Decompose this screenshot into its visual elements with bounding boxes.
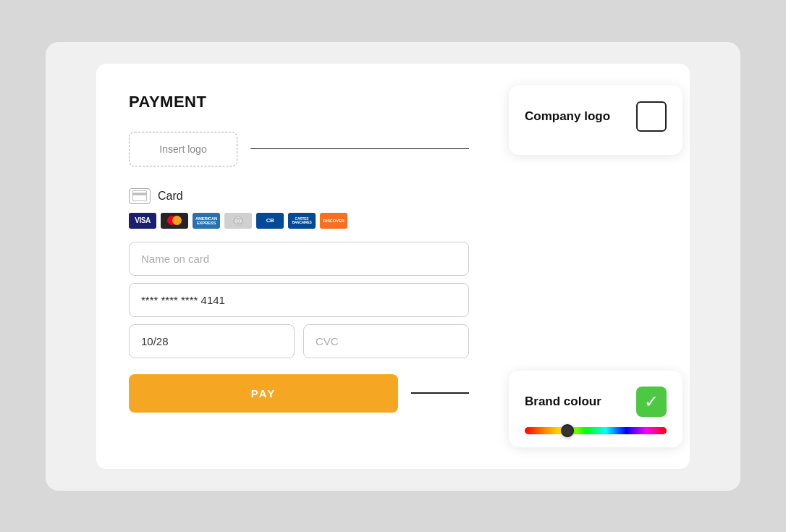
svg-rect-1 [132,193,147,195]
company-logo-widget: Company logo [509,85,683,155]
visa-badge: VISA [129,213,156,229]
card-section: Card VISA AMERICANEXPRESS CB CARTESBANCA… [129,188,469,229]
brand-colour-widget: Brand colour ✓ [509,371,683,447]
card-label: Card [158,190,183,203]
card-number-input[interactable] [129,283,469,317]
cb-badge: CB [256,213,284,229]
brand-colour-check[interactable]: ✓ [636,387,667,417]
pay-row: PAY [129,374,469,413]
payment-title: PAYMENT [129,93,469,111]
diners-badge [224,213,252,229]
outer-card: PAYMENT Insert logo Card [46,42,740,491]
left-panel: PAYMENT Insert logo Card [96,64,502,469]
brand-colour-title-row: Brand colour ✓ [525,387,667,417]
svg-point-2 [234,216,242,225]
logo-row: Insert logo [129,132,469,166]
company-logo-title: Company logo [525,109,610,124]
amex-badge: AMERICANEXPRESS [193,213,220,229]
cvc-input[interactable] [303,324,469,358]
pay-button[interactable]: PAY [129,374,398,413]
inner-card: PAYMENT Insert logo Card [96,64,690,469]
discover-badge: DISCOVER [320,213,347,229]
card-logos: VISA AMERICANEXPRESS CB CARTESBANCAIRES … [129,213,469,229]
pay-divider-line [411,392,469,394]
company-logo-box[interactable] [636,101,667,132]
expiry-input[interactable] [129,324,295,358]
checkmark-icon: ✓ [644,393,659,410]
card-icon [129,188,151,204]
logo-placeholder[interactable]: Insert logo [129,132,237,166]
svg-rect-0 [132,190,146,200]
card-label-row: Card [129,188,469,204]
name-on-card-input[interactable] [129,242,469,276]
right-panel: Company logo Brand colour ✓ [502,64,697,469]
brand-colour-title: Brand colour [525,394,601,409]
cartes-badge: CARTESBANCAIRES [288,213,316,229]
colour-slider-container [525,427,667,434]
expiry-cvc-row [129,324,469,358]
company-logo-title-row: Company logo [525,101,667,132]
rainbow-track[interactable] [525,427,667,434]
mastercard-badge [161,213,188,229]
colour-slider-thumb[interactable] [561,424,574,437]
logo-divider-line [250,148,469,150]
